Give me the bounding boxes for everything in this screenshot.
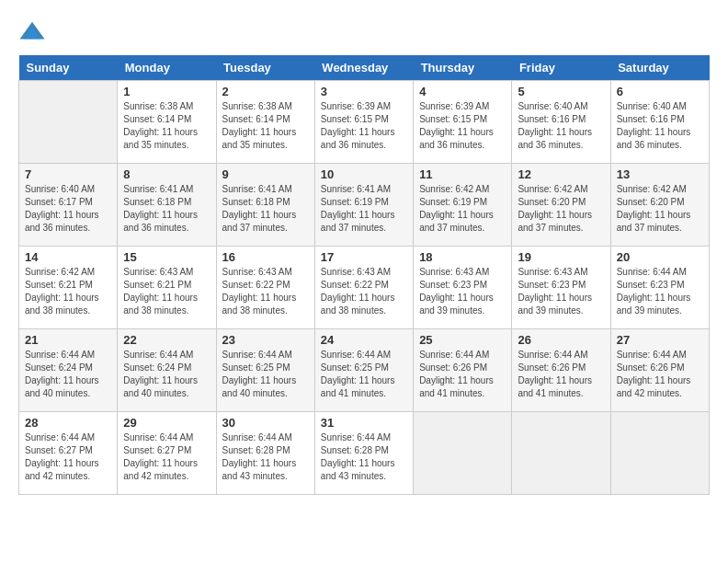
calendar-cell: 22Sunrise: 6:44 AM Sunset: 6:24 PM Dayli… — [118, 329, 216, 412]
day-info: Sunrise: 6:41 AM Sunset: 6:18 PM Dayligh… — [123, 183, 210, 235]
day-info: Sunrise: 6:41 AM Sunset: 6:18 PM Dayligh… — [222, 183, 309, 235]
day-number: 24 — [321, 333, 407, 347]
day-info: Sunrise: 6:42 AM Sunset: 6:19 PM Dayligh… — [419, 183, 506, 235]
header-row: SundayMondayTuesdayWednesdayThursdayFrid… — [19, 55, 710, 81]
calendar-cell: 10Sunrise: 6:41 AM Sunset: 6:19 PM Dayli… — [314, 164, 413, 247]
calendar-cell: 30Sunrise: 6:44 AM Sunset: 6:28 PM Dayli… — [216, 412, 314, 495]
day-number: 22 — [123, 333, 210, 347]
day-number: 15 — [123, 250, 210, 264]
calendar-cell: 7Sunrise: 6:40 AM Sunset: 6:17 PM Daylig… — [19, 164, 118, 247]
day-info: Sunrise: 6:39 AM Sunset: 6:15 PM Dayligh… — [321, 100, 407, 152]
calendar-cell: 31Sunrise: 6:44 AM Sunset: 6:28 PM Dayli… — [314, 412, 413, 495]
calendar-cell: 24Sunrise: 6:44 AM Sunset: 6:25 PM Dayli… — [314, 329, 413, 412]
day-info: Sunrise: 6:43 AM Sunset: 6:22 PM Dayligh… — [222, 266, 309, 317]
page-header — [18, 18, 710, 46]
header-day-saturday: Saturday — [610, 55, 709, 81]
day-number: 13 — [617, 167, 703, 181]
calendar-cell: 28Sunrise: 6:44 AM Sunset: 6:27 PM Dayli… — [19, 412, 118, 495]
day-number: 4 — [419, 85, 506, 98]
calendar-cell — [610, 412, 709, 495]
calendar-cell: 14Sunrise: 6:42 AM Sunset: 6:21 PM Dayli… — [19, 247, 118, 329]
calendar-cell: 27Sunrise: 6:44 AM Sunset: 6:26 PM Dayli… — [610, 329, 709, 412]
day-info: Sunrise: 6:43 AM Sunset: 6:21 PM Dayligh… — [123, 266, 210, 317]
calendar-week-5: 28Sunrise: 6:44 AM Sunset: 6:27 PM Dayli… — [19, 412, 710, 495]
calendar-cell: 21Sunrise: 6:44 AM Sunset: 6:24 PM Dayli… — [19, 329, 118, 412]
header-day-thursday: Thursday — [414, 55, 512, 81]
calendar-cell — [414, 412, 512, 495]
day-number: 17 — [321, 250, 407, 264]
header-day-tuesday: Tuesday — [216, 55, 314, 81]
calendar-cell: 19Sunrise: 6:43 AM Sunset: 6:23 PM Dayli… — [512, 247, 610, 329]
calendar-cell: 3Sunrise: 6:39 AM Sunset: 6:15 PM Daylig… — [314, 81, 413, 164]
calendar-cell — [512, 412, 610, 495]
day-info: Sunrise: 6:40 AM Sunset: 6:16 PM Dayligh… — [617, 100, 703, 152]
day-info: Sunrise: 6:44 AM Sunset: 6:27 PM Dayligh… — [123, 431, 210, 483]
calendar-cell: 6Sunrise: 6:40 AM Sunset: 6:16 PM Daylig… — [610, 81, 709, 164]
day-number: 5 — [518, 85, 604, 98]
calendar-cell: 9Sunrise: 6:41 AM Sunset: 6:18 PM Daylig… — [216, 164, 314, 247]
calendar-cell: 29Sunrise: 6:44 AM Sunset: 6:27 PM Dayli… — [118, 412, 216, 495]
calendar-week-4: 21Sunrise: 6:44 AM Sunset: 6:24 PM Dayli… — [19, 329, 710, 412]
day-info: Sunrise: 6:44 AM Sunset: 6:25 PM Dayligh… — [321, 349, 407, 400]
day-number: 28 — [25, 416, 111, 430]
day-number: 25 — [419, 333, 506, 347]
day-info: Sunrise: 6:44 AM Sunset: 6:26 PM Dayligh… — [419, 349, 506, 400]
calendar-week-2: 7Sunrise: 6:40 AM Sunset: 6:17 PM Daylig… — [19, 164, 710, 247]
day-number: 6 — [617, 85, 703, 98]
calendar-cell: 2Sunrise: 6:38 AM Sunset: 6:14 PM Daylig… — [216, 81, 314, 164]
header-day-wednesday: Wednesday — [314, 55, 413, 81]
day-info: Sunrise: 6:44 AM Sunset: 6:24 PM Dayligh… — [25, 349, 111, 400]
day-info: Sunrise: 6:42 AM Sunset: 6:20 PM Dayligh… — [617, 183, 703, 235]
logo-icon — [18, 18, 46, 46]
calendar-cell: 12Sunrise: 6:42 AM Sunset: 6:20 PM Dayli… — [512, 164, 610, 247]
day-info: Sunrise: 6:38 AM Sunset: 6:14 PM Dayligh… — [222, 100, 309, 152]
calendar-cell: 5Sunrise: 6:40 AM Sunset: 6:16 PM Daylig… — [512, 81, 610, 164]
day-info: Sunrise: 6:40 AM Sunset: 6:16 PM Dayligh… — [518, 100, 604, 152]
day-info: Sunrise: 6:43 AM Sunset: 6:23 PM Dayligh… — [419, 266, 506, 317]
day-info: Sunrise: 6:40 AM Sunset: 6:17 PM Dayligh… — [25, 183, 111, 235]
calendar-cell: 16Sunrise: 6:43 AM Sunset: 6:22 PM Dayli… — [216, 247, 314, 329]
day-info: Sunrise: 6:42 AM Sunset: 6:21 PM Dayligh… — [25, 266, 111, 317]
day-number: 9 — [222, 167, 309, 181]
calendar-cell: 11Sunrise: 6:42 AM Sunset: 6:19 PM Dayli… — [414, 164, 512, 247]
calendar-cell — [19, 81, 118, 164]
day-number: 16 — [222, 250, 309, 264]
header-day-monday: Monday — [118, 55, 216, 81]
calendar-cell: 4Sunrise: 6:39 AM Sunset: 6:15 PM Daylig… — [414, 81, 512, 164]
day-number: 8 — [123, 167, 210, 181]
day-number: 23 — [222, 333, 309, 347]
day-number: 20 — [617, 250, 703, 264]
day-number: 31 — [321, 416, 407, 430]
day-info: Sunrise: 6:44 AM Sunset: 6:25 PM Dayligh… — [222, 349, 309, 400]
calendar-cell: 18Sunrise: 6:43 AM Sunset: 6:23 PM Dayli… — [414, 247, 512, 329]
calendar-body: 1Sunrise: 6:38 AM Sunset: 6:14 PM Daylig… — [19, 81, 710, 495]
calendar-cell: 20Sunrise: 6:44 AM Sunset: 6:23 PM Dayli… — [610, 247, 709, 329]
day-number: 2 — [222, 85, 309, 98]
calendar-cell: 26Sunrise: 6:44 AM Sunset: 6:26 PM Dayli… — [512, 329, 610, 412]
day-number: 7 — [25, 167, 111, 181]
day-info: Sunrise: 6:43 AM Sunset: 6:22 PM Dayligh… — [321, 266, 407, 317]
calendar-cell: 15Sunrise: 6:43 AM Sunset: 6:21 PM Dayli… — [118, 247, 216, 329]
day-number: 26 — [518, 333, 604, 347]
calendar-cell: 23Sunrise: 6:44 AM Sunset: 6:25 PM Dayli… — [216, 329, 314, 412]
day-number: 21 — [25, 333, 111, 347]
calendar-cell: 13Sunrise: 6:42 AM Sunset: 6:20 PM Dayli… — [610, 164, 709, 247]
day-number: 11 — [419, 167, 506, 181]
day-number: 14 — [25, 250, 111, 264]
day-info: Sunrise: 6:38 AM Sunset: 6:14 PM Dayligh… — [123, 100, 210, 152]
day-info: Sunrise: 6:41 AM Sunset: 6:19 PM Dayligh… — [321, 183, 407, 235]
day-info: Sunrise: 6:44 AM Sunset: 6:26 PM Dayligh… — [617, 349, 703, 400]
day-number: 1 — [123, 85, 210, 98]
day-info: Sunrise: 6:44 AM Sunset: 6:28 PM Dayligh… — [222, 431, 309, 483]
day-info: Sunrise: 6:44 AM Sunset: 6:24 PM Dayligh… — [123, 349, 210, 400]
day-number: 12 — [518, 167, 604, 181]
day-number: 29 — [123, 416, 210, 430]
calendar-cell: 17Sunrise: 6:43 AM Sunset: 6:22 PM Dayli… — [314, 247, 413, 329]
day-number: 3 — [321, 85, 407, 98]
day-info: Sunrise: 6:39 AM Sunset: 6:15 PM Dayligh… — [419, 100, 506, 152]
day-number: 18 — [419, 250, 506, 264]
day-number: 19 — [518, 250, 604, 264]
calendar-week-1: 1Sunrise: 6:38 AM Sunset: 6:14 PM Daylig… — [19, 81, 710, 164]
calendar-week-3: 14Sunrise: 6:42 AM Sunset: 6:21 PM Dayli… — [19, 247, 710, 329]
day-number: 10 — [321, 167, 407, 181]
